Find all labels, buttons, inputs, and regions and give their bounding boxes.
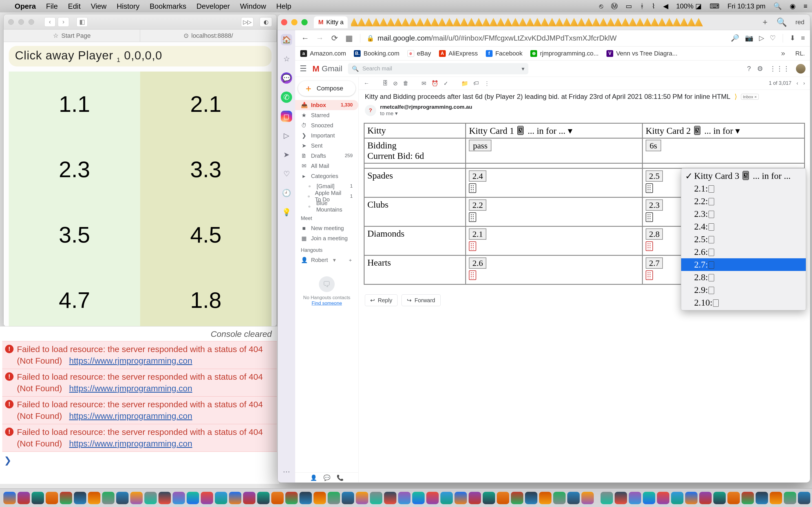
messenger-icon[interactable]: 💬: [281, 72, 292, 83]
menubar-app[interactable]: Opera: [15, 2, 36, 11]
easy-setup-icon[interactable]: ≡: [801, 34, 805, 43]
label-icon[interactable]: 🏷: [473, 80, 479, 87]
search-in-page-icon[interactable]: 🔎: [731, 34, 739, 43]
card-value[interactable]: 2.4: [469, 170, 486, 182]
dock-app-icon[interactable]: [553, 492, 566, 504]
bookmarks-overflow[interactable]: »: [781, 49, 785, 58]
gmail-logo[interactable]: MGmail: [312, 64, 342, 73]
dock-app-icon[interactable]: [3, 492, 16, 504]
dock-app-icon[interactable]: [412, 492, 424, 504]
dropdown-option[interactable]: 2.9:: [681, 284, 806, 296]
battery-status[interactable]: 100% ◪: [676, 2, 702, 10]
account-avatar[interactable]: [796, 64, 806, 73]
card-value[interactable]: 2.1: [469, 228, 486, 240]
add-task-icon[interactable]: ✓: [444, 80, 448, 87]
dock-app-icon[interactable]: [657, 492, 669, 504]
dock-app-icon[interactable]: [187, 492, 199, 504]
forward-button[interactable]: ›: [58, 17, 69, 27]
dock-app-icon[interactable]: [384, 492, 396, 504]
error-link[interactable]: https://www.rjmprogramming.con: [69, 384, 192, 393]
dock-app-icon[interactable]: [426, 492, 439, 504]
phone-icon[interactable]: 📞: [337, 474, 344, 481]
mark-unread-icon[interactable]: ✉: [421, 80, 426, 87]
dock-app-icon[interactable]: [215, 492, 227, 504]
menu-file[interactable]: File: [46, 2, 58, 11]
dock-app-icon[interactable]: [742, 492, 754, 504]
dock-app-icon[interactable]: [727, 492, 740, 504]
menu-developer[interactable]: Developer: [197, 2, 230, 11]
grid-cell[interactable]: 2.3: [9, 137, 140, 202]
menu-bookmarks[interactable]: Bookmarks: [150, 2, 186, 11]
grid-cell[interactable]: 1.1: [9, 71, 140, 137]
nav-starred[interactable]: ★Starred: [295, 110, 358, 120]
dock-app-icon[interactable]: [615, 492, 627, 504]
dropdown-option[interactable]: 2.2:: [681, 195, 806, 208]
whatsapp-icon[interactable]: ✆: [281, 92, 292, 103]
skip-button[interactable]: ▷▷: [241, 17, 253, 27]
dock-app-icon[interactable]: [201, 492, 213, 504]
menu-history[interactable]: History: [117, 2, 140, 11]
truncated-tab[interactable]: red: [793, 18, 807, 26]
siri-icon[interactable]: ◉: [790, 2, 796, 10]
dock-app-icon[interactable]: [511, 492, 523, 504]
grid-cell[interactable]: 2.1: [140, 71, 271, 137]
bid-button[interactable]: 6s: [646, 140, 661, 151]
apps-grid-icon[interactable]: ⋮⋮⋮: [769, 65, 790, 73]
kitty-card2-header[interactable]: Kitty Card 2 🂿 ... in for ▾: [642, 123, 804, 138]
bulb-icon[interactable]: 💡: [281, 207, 292, 218]
dock-app-icon[interactable]: [643, 492, 655, 504]
bookmark-facebook[interactable]: fFacebook: [486, 50, 523, 57]
dock-app-icon[interactable]: [257, 492, 269, 504]
new-tab-button[interactable]: +: [760, 17, 770, 27]
card-value[interactable]: 2.3: [646, 200, 663, 211]
dock-app-icon[interactable]: [455, 492, 467, 504]
dock-app-icon[interactable]: [299, 492, 312, 504]
dock-app-icon[interactable]: [469, 492, 481, 504]
gmail-search[interactable]: 🔍 Search mail ▾: [348, 63, 528, 74]
dock-app-icon[interactable]: [784, 492, 796, 504]
contrast-button[interactable]: ◐: [260, 17, 272, 27]
wifi-icon[interactable]: ⌇: [652, 2, 655, 10]
menu-window[interactable]: Window: [240, 2, 266, 11]
dock-app-icon[interactable]: [32, 492, 44, 504]
meet-join[interactable]: ▦Join a meeting: [295, 233, 358, 243]
dropdown-option[interactable]: 2.4:: [681, 220, 806, 233]
move-icon[interactable]: 📁: [461, 80, 468, 87]
card-value[interactable]: 2.6: [469, 258, 486, 269]
grid-cell[interactable]: 3.5: [9, 202, 140, 268]
dock-app-icon[interactable]: [770, 492, 782, 504]
active-tab[interactable]: MKitty a: [314, 16, 348, 28]
dropdown-header[interactable]: Kitty Card 3 🂿 ... in for ...: [681, 170, 806, 182]
dock-app-icon[interactable]: [60, 492, 72, 504]
dock-app-icon[interactable]: [525, 492, 538, 504]
more-icon[interactable]: ⋮: [484, 80, 490, 87]
dock-app-icon[interactable]: [671, 492, 683, 504]
grid-cell[interactable]: 1.8: [140, 268, 271, 327]
heart-icon[interactable]: ♡: [770, 34, 776, 43]
dropdown-option[interactable]: 2.8:: [681, 271, 806, 284]
card-value[interactable]: 2.7: [646, 258, 663, 269]
compose-button[interactable]: ＋Compose: [298, 81, 356, 96]
status-icon[interactable]: Ⓜ: [611, 2, 618, 11]
menu-help[interactable]: Help: [276, 2, 291, 11]
download-icon[interactable]: ⬇: [790, 34, 795, 43]
delete-icon[interactable]: 🗑: [403, 80, 409, 87]
nav-categories[interactable]: ▸Categories: [295, 171, 358, 181]
address-field[interactable]: 🔒 mail.google.com/mail/u/0/#inbox/FMfcgx…: [366, 34, 726, 43]
error-link[interactable]: https://www.rjmprogramming.con: [69, 411, 192, 420]
snooze-icon[interactable]: ⏰: [432, 80, 439, 87]
notification-icon[interactable]: ≡: [804, 2, 808, 10]
inbox-chip[interactable]: Inbox ×: [741, 94, 759, 100]
dock-app-icon[interactable]: [144, 492, 157, 504]
bookmark-booking[interactable]: B.Booking.com: [354, 50, 399, 57]
search-options-icon[interactable]: ▾: [522, 65, 524, 72]
pass-button[interactable]: pass: [469, 140, 492, 151]
dock-app-icon[interactable]: [342, 492, 354, 504]
dock-app-icon[interactable]: [17, 492, 30, 504]
dock-app-icon[interactable]: [601, 492, 613, 504]
dock-app-icon[interactable]: [46, 492, 58, 504]
traffic-close-icon[interactable]: [8, 19, 14, 25]
hamburger-icon[interactable]: ☰: [300, 64, 307, 73]
bookmark-aliexpress[interactable]: AAliExpress: [439, 50, 478, 57]
dropdown-option[interactable]: 2.10:: [681, 296, 806, 309]
